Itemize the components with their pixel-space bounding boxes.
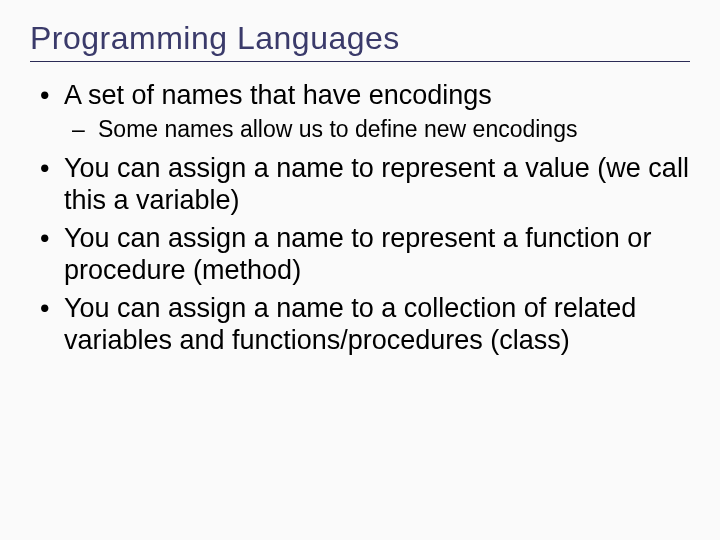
sub-bullet-list: Some names allow us to define new encodi…	[64, 116, 690, 144]
sub-list-item: Some names allow us to define new encodi…	[64, 116, 690, 144]
bullet-text: You can assign a name to represent a fun…	[64, 223, 651, 285]
bullet-text: You can assign a name to represent a val…	[64, 153, 689, 215]
sub-bullet-text: Some names allow us to define new encodi…	[98, 116, 577, 142]
list-item: A set of names that have encodings Some …	[30, 80, 690, 143]
bullet-text: A set of names that have encodings	[64, 80, 492, 110]
list-item: You can assign a name to represent a val…	[30, 153, 690, 217]
bullet-text: You can assign a name to a collection of…	[64, 293, 636, 355]
bullet-list: A set of names that have encodings Some …	[30, 80, 690, 357]
slide-title: Programming Languages	[30, 20, 690, 62]
list-item: You can assign a name to a collection of…	[30, 293, 690, 357]
list-item: You can assign a name to represent a fun…	[30, 223, 690, 287]
